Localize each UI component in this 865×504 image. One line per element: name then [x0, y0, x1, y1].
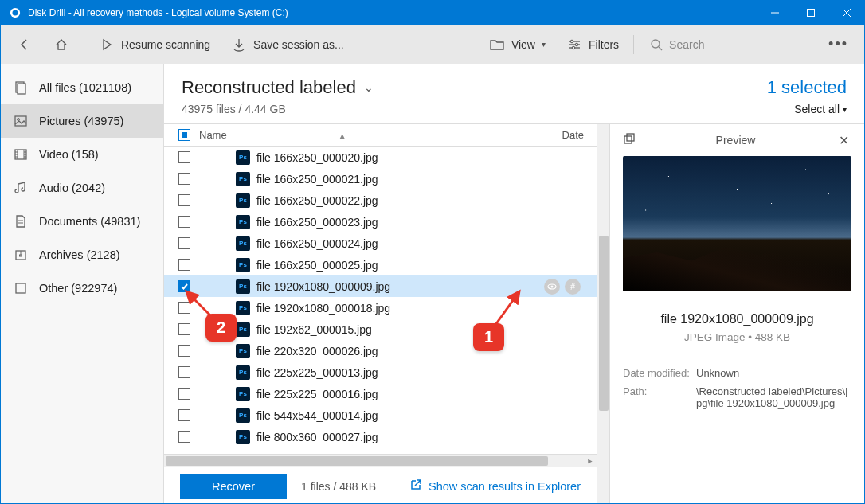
horizontal-scrollbar[interactable]: ◄ ►	[164, 454, 597, 467]
file-row[interactable]: Psfile 225x225_000016.jpg	[164, 383, 597, 404]
column-date[interactable]: Date	[557, 129, 589, 141]
search-input[interactable]: Search	[640, 33, 816, 56]
svg-line-34	[495, 291, 519, 325]
preview-eye-button[interactable]	[544, 279, 560, 295]
selected-count: 1 selected	[767, 77, 847, 98]
more-options-button[interactable]: •••	[820, 31, 856, 57]
download-icon	[231, 37, 247, 53]
sidebar-item-audio[interactable]: Audio (2042)	[1, 171, 163, 205]
photoshop-file-icon: Ps	[236, 215, 250, 229]
sidebar-item-video[interactable]: Video (158)	[1, 138, 163, 171]
path-value: \Reconstructed labeled\Pictures\jpg\file…	[696, 385, 851, 409]
recover-button[interactable]: Recover	[180, 474, 287, 499]
row-checkbox[interactable]	[178, 409, 190, 421]
file-name: file 166x250_000022.jpg	[256, 194, 589, 207]
sort-asc-icon: ▲	[339, 131, 346, 140]
chevron-down-icon: ▾	[843, 105, 847, 114]
photoshop-file-icon: Ps	[236, 322, 250, 337]
scroll-right-arrow[interactable]: ►	[584, 455, 597, 467]
row-checkbox[interactable]	[178, 216, 190, 228]
sliders-icon	[566, 37, 582, 53]
preview-meta: JPEG Image • 488 KB	[623, 331, 851, 343]
documents-icon	[14, 214, 28, 229]
row-checkbox[interactable]	[178, 388, 190, 400]
sidebar: All files (1021108) Pictures (43975) Vid…	[1, 64, 164, 504]
file-row[interactable]: Psfile 166x250_000020.jpg	[164, 147, 597, 168]
save-session-button[interactable]: Save session as...	[223, 32, 352, 57]
row-checkbox[interactable]	[178, 431, 190, 443]
column-name[interactable]: Name▲	[196, 129, 557, 141]
content-title[interactable]: Reconstructed labeled ⌄	[182, 77, 767, 98]
row-checkbox[interactable]	[178, 366, 190, 378]
file-name: file 166x250_000024.jpg	[256, 237, 589, 250]
row-checkbox[interactable]	[178, 173, 190, 185]
file-rows[interactable]: 2 1 Psfile 166x250_000020.jpgPsfile 166x…	[164, 147, 597, 454]
home-icon	[53, 37, 69, 53]
other-icon	[14, 281, 28, 295]
minimize-button[interactable]	[757, 1, 793, 25]
row-checkbox[interactable]	[178, 237, 190, 249]
resume-scanning-button[interactable]: Resume scanning	[91, 32, 218, 57]
row-checkbox[interactable]	[178, 323, 190, 335]
file-row[interactable]: Psfile 166x250_000021.jpg	[164, 168, 597, 189]
sidebar-item-documents[interactable]: Documents (49831)	[1, 205, 163, 238]
file-name: file 225x225_000013.jpg	[256, 366, 589, 379]
file-row[interactable]: Psfile 225x225_000013.jpg	[164, 361, 597, 383]
view-button[interactable]: View ▾	[481, 32, 554, 57]
file-row[interactable]: Psfile 544x544_000014.jpg	[164, 404, 597, 426]
close-button[interactable]	[828, 1, 864, 25]
sidebar-item-all-files[interactable]: All files (1021108)	[1, 71, 163, 104]
svg-rect-32	[16, 283, 25, 293]
filters-label: Filters	[589, 38, 619, 51]
sidebar-label: Documents (49831)	[39, 215, 140, 228]
svg-rect-37	[624, 136, 632, 143]
filters-button[interactable]: Filters	[558, 32, 627, 57]
sidebar-label: Video (158)	[39, 148, 99, 161]
file-name: file 166x250_000021.jpg	[256, 173, 589, 186]
preview-image	[623, 156, 851, 291]
callout-arrow-1	[492, 287, 526, 328]
sidebar-item-archives[interactable]: Archives (2128)	[1, 238, 163, 272]
sidebar-item-other[interactable]: Other (922974)	[1, 272, 163, 305]
header-checkbox[interactable]	[178, 129, 190, 141]
sidebar-label: Other (922974)	[39, 282, 117, 295]
hex-view-button[interactable]: #	[565, 279, 581, 295]
hscroll-thumb[interactable]	[166, 456, 548, 466]
vertical-scrollbar[interactable]	[597, 124, 609, 504]
preview-close-button[interactable]: ✕	[836, 133, 851, 148]
file-row[interactable]: Psfile 166x250_000024.jpg	[164, 232, 597, 254]
home-button[interactable]	[45, 32, 77, 57]
vscroll-thumb[interactable]	[599, 236, 609, 411]
folder-icon	[489, 37, 505, 53]
file-name: file 166x250_000023.jpg	[256, 216, 589, 229]
sidebar-item-pictures[interactable]: Pictures (43975)	[1, 104, 163, 138]
row-checkbox[interactable]	[178, 345, 190, 357]
maximize-button[interactable]	[793, 1, 828, 25]
sidebar-label: Pictures (43975)	[39, 115, 123, 127]
files-icon	[14, 80, 28, 95]
footer: Recover 1 files / 488 KB Show scan resul…	[164, 467, 597, 504]
toolbar: Resume scanning Save session as... View …	[1, 25, 864, 64]
photoshop-file-icon: Ps	[236, 408, 250, 423]
row-checkbox[interactable]	[178, 259, 190, 271]
file-row[interactable]: Psfile 220x320_000026.jpg	[164, 340, 597, 361]
show-in-explorer-link[interactable]: Show scan results in Explorer	[409, 479, 581, 494]
file-row[interactable]: Psfile 166x250_000023.jpg	[164, 211, 597, 232]
photoshop-file-icon: Ps	[236, 193, 250, 208]
svg-point-10	[575, 43, 578, 46]
photoshop-file-icon: Ps	[236, 301, 250, 315]
archives-icon	[14, 248, 28, 262]
row-checkbox[interactable]	[178, 194, 190, 206]
photoshop-file-icon: Ps	[236, 236, 250, 251]
row-checkbox[interactable]	[178, 151, 190, 163]
back-button[interactable]	[9, 32, 41, 57]
svg-point-11	[572, 46, 575, 49]
popout-button[interactable]	[623, 132, 636, 148]
file-row[interactable]: Psfile 166x250_000022.jpg	[164, 189, 597, 211]
external-link-icon	[409, 479, 422, 494]
file-row[interactable]: Psfile 1920x1080_000009.jpg#	[164, 275, 597, 297]
file-name: file 166x250_000025.jpg	[256, 259, 589, 272]
select-all-button[interactable]: Select all▾	[767, 103, 847, 115]
file-row[interactable]: Psfile 166x250_000025.jpg	[164, 254, 597, 275]
file-row[interactable]: Psfile 800x360_000027.jpg	[164, 426, 597, 447]
